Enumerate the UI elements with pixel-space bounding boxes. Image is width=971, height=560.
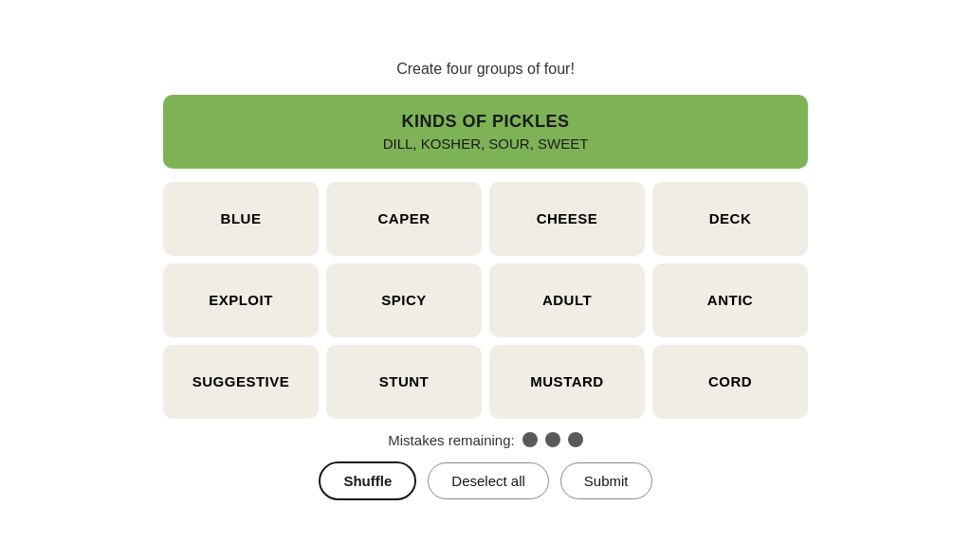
word-label-deck: DECK xyxy=(709,210,752,226)
solved-category-pickles: KINDS OF PICKLES DILL, KOSHER, SOUR, SWE… xyxy=(163,95,808,169)
word-card-caper[interactable]: CAPER xyxy=(326,182,482,256)
mistakes-row: Mistakes remaining: xyxy=(388,432,582,448)
word-label-exploit: EXPLOIT xyxy=(209,292,273,308)
word-label-cord: CORD xyxy=(708,373,752,389)
word-label-adult: ADULT xyxy=(542,292,592,308)
word-card-mustard[interactable]: MUSTARD xyxy=(489,345,645,419)
instruction-text: Create four groups of four! xyxy=(396,61,575,78)
word-card-cord[interactable]: CORD xyxy=(652,345,808,419)
word-card-adult[interactable]: ADULT xyxy=(489,263,645,337)
word-card-exploit[interactable]: EXPLOIT xyxy=(163,263,319,337)
word-label-antic: ANTIC xyxy=(707,292,753,308)
buttons-row: Shuffle Deselect all Submit xyxy=(319,461,651,500)
solved-category-words: DILL, KOSHER, SOUR, SWEET xyxy=(182,135,789,152)
word-card-stunt[interactable]: STUNT xyxy=(326,345,482,419)
word-card-spicy[interactable]: SPICY xyxy=(326,263,482,337)
solved-category-title: KINDS OF PICKLES xyxy=(182,112,789,132)
game-container: Create four groups of four! KINDS OF PIC… xyxy=(163,61,808,500)
word-card-deck[interactable]: DECK xyxy=(652,182,808,256)
shuffle-button[interactable]: Shuffle xyxy=(319,461,416,500)
mistake-dot-3 xyxy=(568,432,583,447)
word-label-stunt: STUNT xyxy=(379,373,430,389)
word-card-cheese[interactable]: CHEESE xyxy=(489,182,645,256)
word-label-spicy: SPICY xyxy=(381,292,427,308)
submit-button[interactable]: Submit xyxy=(560,462,652,499)
word-card-blue[interactable]: BLUE xyxy=(163,182,319,256)
word-label-suggestive: SUGGESTIVE xyxy=(192,373,290,389)
word-card-antic[interactable]: ANTIC xyxy=(652,263,808,337)
mistake-dot-2 xyxy=(545,432,560,447)
word-label-caper: CAPER xyxy=(377,210,430,226)
deselect-all-button[interactable]: Deselect all xyxy=(428,462,549,499)
mistakes-label: Mistakes remaining: xyxy=(388,432,514,448)
word-label-mustard: MUSTARD xyxy=(530,373,603,389)
mistake-dot-1 xyxy=(522,432,538,447)
word-card-suggestive[interactable]: SUGGESTIVE xyxy=(163,345,319,419)
word-label-cheese: CHEESE xyxy=(537,210,598,226)
word-grid: BLUECAPERCHEESEDECKEXPLOITSPICYADULTANTI… xyxy=(163,182,808,419)
word-label-blue: BLUE xyxy=(221,210,262,226)
